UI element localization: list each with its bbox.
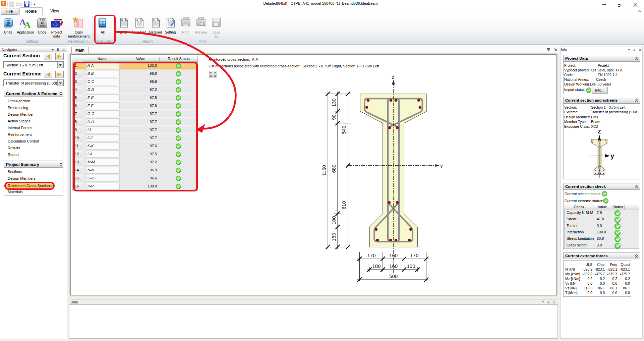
svg-text:170: 170	[367, 252, 375, 258]
svg-text:y: y	[440, 163, 443, 168]
svg-text:160: 160	[389, 252, 398, 258]
svg-text:a: a	[136, 18, 138, 21]
svg-text:90: 90	[331, 114, 337, 120]
svg-text:a: a	[153, 18, 155, 21]
svg-text:a: a	[168, 18, 169, 21]
svg-text:170: 170	[410, 252, 418, 258]
svg-text:680: 680	[331, 164, 337, 173]
svg-text:100: 100	[372, 263, 380, 269]
svg-text:a: a	[121, 18, 123, 21]
svg-text:100: 100	[331, 216, 337, 224]
svg-text:100: 100	[407, 263, 415, 269]
svg-text:z: z	[392, 74, 395, 80]
svg-text:500: 500	[389, 273, 398, 279]
svg-text:z: z	[598, 129, 601, 135]
svg-text:150: 150	[331, 233, 337, 241]
svg-text:610: 610	[341, 201, 347, 209]
svg-text:1150: 1150	[321, 165, 327, 176]
svg-text:y: y	[610, 152, 614, 160]
svg-text:130: 130	[331, 98, 337, 107]
svg-text:160: 160	[389, 263, 398, 269]
svg-text:540: 540	[341, 125, 347, 134]
